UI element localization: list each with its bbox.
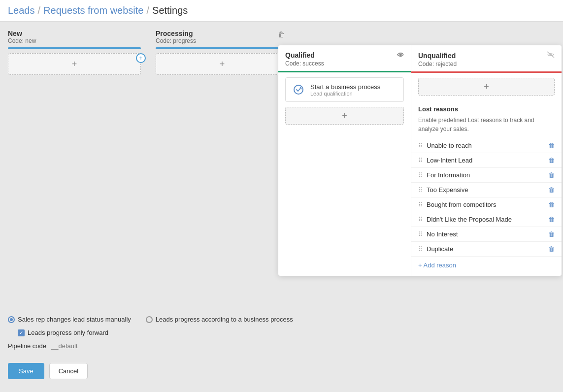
- qualified-header: Qualified 👁 Code: success: [278, 45, 411, 71]
- action-buttons: Save Cancel: [8, 363, 88, 379]
- add-stage-processing-button[interactable]: +: [156, 53, 289, 75]
- progress-bar-fill-new: [8, 47, 141, 49]
- radio-manual-circle: [8, 316, 15, 323]
- reason-text: Too Expensive: [427, 186, 544, 194]
- unqualified-section: Unqualified Code: rejected +: [411, 45, 562, 276]
- column-new-header: New Code: new: [8, 30, 141, 44]
- column-new-code: Code: new: [8, 37, 141, 44]
- checkbox-check-icon: ✓: [19, 330, 23, 335]
- qualified-bar: [278, 71, 411, 72]
- delete-reason-icon[interactable]: 🗑: [548, 186, 555, 194]
- radio-manual-label: Sales rep changes lead status manually: [18, 316, 131, 323]
- delete-reason-icon[interactable]: 🗑: [548, 157, 555, 164]
- drag-handle-icon[interactable]: ⠿: [418, 172, 423, 179]
- unqualified-eye-icon[interactable]: [547, 51, 555, 60]
- right-panel: Qualified 👁 Code: success Start a busine…: [278, 45, 562, 276]
- reason-item: ⠿ Low-Intent Lead 🗑: [411, 153, 562, 168]
- add-reason-link[interactable]: + Add reason: [411, 257, 562, 276]
- radio-group: Sales rep changes lead status manually L…: [8, 316, 303, 323]
- add-qualified-item-button[interactable]: +: [285, 107, 404, 125]
- breadcrumb-leads[interactable]: Leads: [8, 5, 35, 16]
- pipeline-code-label: Pipeline code: [8, 342, 46, 350]
- pipeline-code-row: Pipeline code __default: [8, 342, 303, 350]
- bp-subtitle: Lead qualification: [310, 91, 380, 97]
- reason-item: ⠿ Too Expensive 🗑: [411, 183, 562, 197]
- radio-business-process-label: Leads progress according to a business p…: [156, 316, 293, 323]
- add-stage-new-button[interactable]: +: [8, 53, 141, 75]
- lost-reasons-list: ⠿ Unable to reach 🗑 ⠿ Low-Intent Lead 🗑 …: [411, 138, 562, 257]
- delete-processing-icon[interactable]: 🗑: [278, 31, 285, 38]
- pipeline-code-value: __default: [51, 342, 78, 350]
- reason-text: Low-Intent Lead: [427, 157, 544, 164]
- radio-business-process[interactable]: Leads progress according to a business p…: [146, 316, 293, 323]
- delete-reason-icon[interactable]: 🗑: [548, 201, 555, 208]
- delete-reason-icon[interactable]: 🗑: [548, 245, 555, 253]
- breadcrumb-sep-1: /: [38, 5, 41, 16]
- column-new: New Code: new + +: [8, 30, 141, 75]
- delete-reason-icon[interactable]: 🗑: [548, 171, 555, 179]
- drag-handle-icon[interactable]: ⠿: [418, 231, 423, 238]
- lost-reasons-description: Enable predefined Lost reasons to track …: [418, 116, 555, 133]
- qualified-code: Code: success: [285, 60, 404, 67]
- column-new-title: New: [8, 30, 141, 37]
- unqualified-code: Code: rejected: [418, 61, 555, 67]
- drag-handle-icon[interactable]: ⠿: [418, 142, 423, 149]
- reason-item: ⠿ Bought from competitors 🗑: [411, 197, 562, 212]
- unqualified-bar: [411, 71, 562, 73]
- checkbox-forward-label: Leads progress only forward: [28, 329, 108, 336]
- svg-point-0: [294, 85, 303, 94]
- cancel-button[interactable]: Cancel: [49, 363, 88, 379]
- drag-handle-icon[interactable]: ⠿: [418, 216, 423, 223]
- header: Leads / Requests from website / Settings: [0, 0, 563, 22]
- breadcrumb-requests[interactable]: Requests from website: [43, 5, 143, 16]
- drag-handle-icon[interactable]: ⠿: [418, 187, 423, 194]
- delete-reason-icon[interactable]: 🗑: [548, 230, 555, 238]
- drag-handle-icon[interactable]: ⠿: [418, 201, 423, 208]
- reason-item: ⠿ Duplicate 🗑: [411, 242, 562, 257]
- save-button[interactable]: Save: [8, 363, 44, 379]
- qualified-section: Qualified 👁 Code: success Start a busine…: [278, 45, 411, 276]
- business-process-card[interactable]: Start a business process Lead qualificat…: [285, 77, 404, 102]
- qualified-eye-icon[interactable]: 👁: [397, 51, 404, 59]
- bp-text: Start a business process Lead qualificat…: [310, 83, 380, 97]
- drag-handle-icon[interactable]: ⠿: [418, 246, 423, 253]
- unqualified-title: Unqualified: [418, 51, 555, 60]
- progress-bar-fill-processing: [156, 47, 289, 49]
- main-content: New Code: new + + Processing Code: progr…: [0, 22, 563, 389]
- qualified-title: Qualified 👁: [285, 51, 404, 59]
- column-processing-code: Code: progress: [156, 37, 289, 44]
- unqualified-header: Unqualified Code: rejected: [411, 45, 562, 71]
- reason-text: Bought from competitors: [427, 201, 544, 208]
- radio-manual[interactable]: Sales rep changes lead status manually: [8, 316, 131, 323]
- column-processing-header: Processing Code: progress: [156, 30, 289, 44]
- bottom-options: Sales rep changes lead status manually L…: [8, 316, 303, 350]
- reason-item: ⠿ Unable to reach 🗑: [411, 138, 562, 153]
- reason-item: ⠿ Didn't Like the Proposal Made 🗑: [411, 212, 562, 227]
- drag-handle-icon[interactable]: ⠿: [418, 157, 423, 164]
- radio-business-process-circle: [146, 316, 153, 323]
- lost-reasons-title: Lost reasons: [418, 105, 555, 113]
- reason-text: Unable to reach: [427, 142, 544, 149]
- column-new-progress: [8, 47, 141, 49]
- reason-item: ⠿ No Interest 🗑: [411, 227, 562, 242]
- column-processing-title: Processing: [156, 30, 289, 37]
- bp-icon: [292, 83, 305, 97]
- checkbox-forward[interactable]: ✓ Leads progress only forward: [18, 329, 303, 336]
- delete-reason-icon[interactable]: 🗑: [548, 142, 555, 149]
- reason-text: For Information: [427, 171, 544, 179]
- reason-text: Duplicate: [427, 245, 544, 253]
- add-unqualified-button[interactable]: +: [418, 78, 555, 96]
- column-processing: Processing Code: progress 🗑 + +: [156, 30, 289, 75]
- lost-reasons-area: Lost reasons Enable predefined Lost reas…: [411, 99, 562, 133]
- connector-new-processing[interactable]: +: [136, 53, 146, 63]
- breadcrumb-sep-2: /: [146, 5, 149, 16]
- reason-text: No Interest: [427, 230, 544, 238]
- reason-item: ⠿ For Information 🗑: [411, 168, 562, 183]
- checkbox-forward-box: ✓: [18, 329, 25, 336]
- delete-reason-icon[interactable]: 🗑: [548, 216, 555, 223]
- column-processing-progress: [156, 47, 289, 49]
- bp-title: Start a business process: [310, 83, 380, 91]
- reason-text: Didn't Like the Proposal Made: [427, 216, 544, 223]
- breadcrumb-settings: Settings: [152, 5, 188, 16]
